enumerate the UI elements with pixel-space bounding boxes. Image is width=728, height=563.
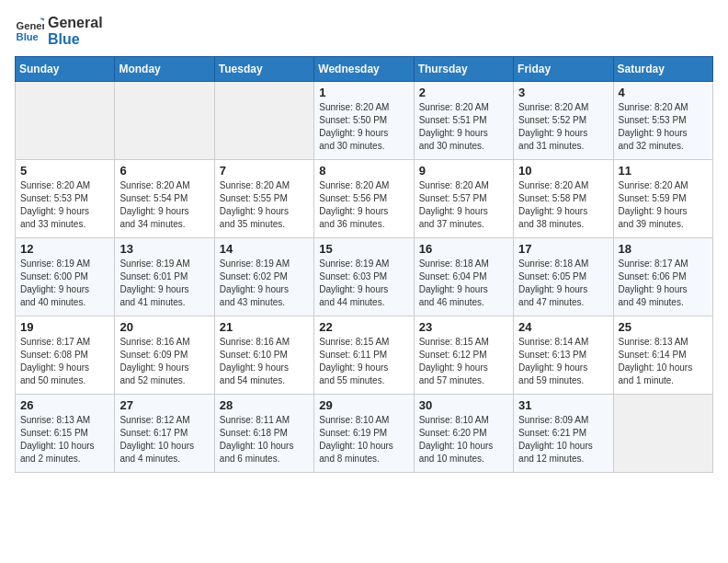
day-number: 7 <box>220 164 309 178</box>
day-info: Sunrise: 8:16 AM Sunset: 6:09 PM Dayligh… <box>119 336 209 387</box>
calendar-cell: 30Sunrise: 8:10 AM Sunset: 6:20 PM Dayli… <box>414 395 513 473</box>
week-row-1: 1Sunrise: 8:20 AM Sunset: 5:50 PM Daylig… <box>16 82 713 160</box>
day-number: 21 <box>220 320 309 334</box>
calendar-cell: 1Sunrise: 8:20 AM Sunset: 5:50 PM Daylig… <box>314 82 414 160</box>
header-tuesday: Tuesday <box>214 57 313 82</box>
svg-text:General: General <box>17 20 44 31</box>
day-info: Sunrise: 8:20 AM Sunset: 5:59 PM Dayligh… <box>619 179 708 231</box>
day-info: Sunrise: 8:17 AM Sunset: 6:08 PM Dayligh… <box>20 336 109 387</box>
header-sunday: Sunday <box>16 57 115 82</box>
calendar-cell <box>214 82 313 160</box>
calendar-cell: 9Sunrise: 8:20 AM Sunset: 5:57 PM Daylig… <box>414 160 513 238</box>
calendar-table: SundayMondayTuesdayWednesdayThursdayFrid… <box>15 56 713 473</box>
calendar-cell: 18Sunrise: 8:17 AM Sunset: 6:06 PM Dayli… <box>613 238 712 316</box>
day-number: 22 <box>319 320 408 334</box>
day-number: 31 <box>518 398 608 412</box>
calendar-cell: 16Sunrise: 8:18 AM Sunset: 6:04 PM Dayli… <box>414 238 513 316</box>
day-info: Sunrise: 8:20 AM Sunset: 5:56 PM Dayligh… <box>319 179 408 231</box>
day-number: 29 <box>319 398 408 412</box>
week-row-4: 19Sunrise: 8:17 AM Sunset: 6:08 PM Dayli… <box>16 316 713 395</box>
day-info: Sunrise: 8:13 AM Sunset: 6:14 PM Dayligh… <box>619 336 708 387</box>
day-number: 26 <box>20 398 109 412</box>
day-info: Sunrise: 8:19 AM Sunset: 6:03 PM Dayligh… <box>319 258 408 309</box>
calendar-header: SundayMondayTuesdayWednesdayThursdayFrid… <box>16 57 713 82</box>
day-info: Sunrise: 8:15 AM Sunset: 6:12 PM Dayligh… <box>419 336 508 387</box>
day-number: 23 <box>419 320 508 334</box>
day-number: 15 <box>319 242 408 256</box>
calendar-cell: 20Sunrise: 8:16 AM Sunset: 6:09 PM Dayli… <box>115 316 214 395</box>
calendar-cell: 19Sunrise: 8:17 AM Sunset: 6:08 PM Dayli… <box>16 316 115 395</box>
day-number: 1 <box>319 86 408 99</box>
day-number: 6 <box>119 164 209 178</box>
calendar-cell: 31Sunrise: 8:09 AM Sunset: 6:21 PM Dayli… <box>514 395 613 473</box>
day-number: 28 <box>220 398 309 412</box>
day-info: Sunrise: 8:12 AM Sunset: 6:17 PM Dayligh… <box>119 414 209 465</box>
day-info: Sunrise: 8:20 AM Sunset: 5:53 PM Dayligh… <box>619 101 708 153</box>
day-info: Sunrise: 8:15 AM Sunset: 6:11 PM Dayligh… <box>319 336 408 387</box>
day-number: 13 <box>119 242 209 256</box>
calendar-cell: 29Sunrise: 8:10 AM Sunset: 6:19 PM Dayli… <box>314 395 414 473</box>
day-info: Sunrise: 8:20 AM Sunset: 5:50 PM Dayligh… <box>319 101 408 153</box>
calendar-cell: 14Sunrise: 8:19 AM Sunset: 6:02 PM Dayli… <box>214 238 313 316</box>
calendar-cell: 11Sunrise: 8:20 AM Sunset: 5:59 PM Dayli… <box>613 160 712 238</box>
day-info: Sunrise: 8:20 AM Sunset: 5:51 PM Dayligh… <box>419 101 508 153</box>
day-info: Sunrise: 8:17 AM Sunset: 6:06 PM Dayligh… <box>619 258 708 309</box>
day-info: Sunrise: 8:19 AM Sunset: 6:01 PM Dayligh… <box>119 258 209 309</box>
calendar-cell: 28Sunrise: 8:11 AM Sunset: 6:18 PM Dayli… <box>214 395 313 473</box>
header-thursday: Thursday <box>414 57 513 82</box>
logo-blue: Blue <box>48 31 103 48</box>
calendar-cell: 12Sunrise: 8:19 AM Sunset: 6:00 PM Dayli… <box>16 238 115 316</box>
day-number: 19 <box>20 320 109 334</box>
header-wednesday: Wednesday <box>314 57 414 82</box>
day-info: Sunrise: 8:20 AM Sunset: 5:57 PM Dayligh… <box>419 179 508 231</box>
calendar-cell: 23Sunrise: 8:15 AM Sunset: 6:12 PM Dayli… <box>414 316 513 395</box>
day-number: 2 <box>419 86 508 99</box>
calendar-cell: 22Sunrise: 8:15 AM Sunset: 6:11 PM Dayli… <box>314 316 414 395</box>
calendar-cell: 26Sunrise: 8:13 AM Sunset: 6:15 PM Dayli… <box>16 395 115 473</box>
calendar-cell: 27Sunrise: 8:12 AM Sunset: 6:17 PM Dayli… <box>115 395 214 473</box>
calendar-cell: 7Sunrise: 8:20 AM Sunset: 5:55 PM Daylig… <box>214 160 313 238</box>
day-info: Sunrise: 8:10 AM Sunset: 6:20 PM Dayligh… <box>419 414 508 465</box>
day-info: Sunrise: 8:20 AM Sunset: 5:53 PM Dayligh… <box>20 179 109 231</box>
day-info: Sunrise: 8:20 AM Sunset: 5:55 PM Dayligh… <box>220 179 309 231</box>
week-row-5: 26Sunrise: 8:13 AM Sunset: 6:15 PM Dayli… <box>16 395 713 473</box>
calendar-cell: 15Sunrise: 8:19 AM Sunset: 6:03 PM Dayli… <box>314 238 414 316</box>
day-info: Sunrise: 8:19 AM Sunset: 6:00 PM Dayligh… <box>20 258 109 309</box>
calendar-cell: 13Sunrise: 8:19 AM Sunset: 6:01 PM Dayli… <box>115 238 214 316</box>
day-number: 25 <box>619 320 708 334</box>
calendar-cell: 10Sunrise: 8:20 AM Sunset: 5:58 PM Dayli… <box>514 160 613 238</box>
calendar-cell: 5Sunrise: 8:20 AM Sunset: 5:53 PM Daylig… <box>16 160 115 238</box>
header-monday: Monday <box>115 57 214 82</box>
week-row-3: 12Sunrise: 8:19 AM Sunset: 6:00 PM Dayli… <box>16 238 713 316</box>
day-number: 27 <box>119 398 209 412</box>
logo-icon: General Blue <box>15 17 44 46</box>
header-friday: Friday <box>514 57 613 82</box>
day-number: 18 <box>619 242 708 256</box>
day-info: Sunrise: 8:11 AM Sunset: 6:18 PM Dayligh… <box>220 414 309 465</box>
calendar-cell: 3Sunrise: 8:20 AM Sunset: 5:52 PM Daylig… <box>514 82 613 160</box>
header-saturday: Saturday <box>613 57 712 82</box>
calendar-cell: 25Sunrise: 8:13 AM Sunset: 6:14 PM Dayli… <box>613 316 712 395</box>
day-number: 14 <box>220 242 309 256</box>
day-info: Sunrise: 8:10 AM Sunset: 6:19 PM Dayligh… <box>319 414 408 465</box>
logo-general: General <box>48 15 103 31</box>
day-number: 5 <box>20 164 109 178</box>
week-row-2: 5Sunrise: 8:20 AM Sunset: 5:53 PM Daylig… <box>16 160 713 238</box>
day-info: Sunrise: 8:18 AM Sunset: 6:04 PM Dayligh… <box>419 258 508 309</box>
day-number: 17 <box>518 242 608 256</box>
page-header: General Blue General Blue <box>15 15 713 47</box>
day-info: Sunrise: 8:14 AM Sunset: 6:13 PM Dayligh… <box>518 336 608 387</box>
day-number: 11 <box>619 164 708 178</box>
calendar-cell: 17Sunrise: 8:18 AM Sunset: 6:05 PM Dayli… <box>514 238 613 316</box>
calendar-cell: 4Sunrise: 8:20 AM Sunset: 5:53 PM Daylig… <box>613 82 712 160</box>
calendar-cell: 21Sunrise: 8:16 AM Sunset: 6:10 PM Dayli… <box>214 316 313 395</box>
calendar-cell: 24Sunrise: 8:14 AM Sunset: 6:13 PM Dayli… <box>514 316 613 395</box>
calendar-cell <box>613 395 712 473</box>
day-number: 4 <box>619 86 708 99</box>
day-info: Sunrise: 8:16 AM Sunset: 6:10 PM Dayligh… <box>220 336 309 387</box>
day-info: Sunrise: 8:19 AM Sunset: 6:02 PM Dayligh… <box>220 258 309 309</box>
day-number: 20 <box>119 320 209 334</box>
calendar-cell: 8Sunrise: 8:20 AM Sunset: 5:56 PM Daylig… <box>314 160 414 238</box>
calendar-body: 1Sunrise: 8:20 AM Sunset: 5:50 PM Daylig… <box>16 82 713 473</box>
day-info: Sunrise: 8:18 AM Sunset: 6:05 PM Dayligh… <box>518 258 608 309</box>
